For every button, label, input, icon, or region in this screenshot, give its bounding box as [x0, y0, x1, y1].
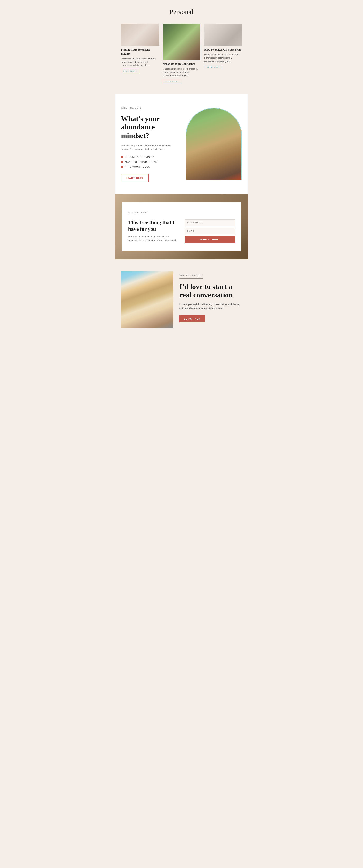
convo-label: ARE YOU READY? [180, 275, 203, 279]
freebie-inner: This free thing that I have for you Lore… [128, 219, 235, 243]
blog-card-1: Finding Your Work Life Balance Maecenas … [121, 24, 159, 73]
quiz-subtitle: This sample quiz was built using the fre… [121, 144, 180, 151]
quiz-label: TAKE THE QUIZ [121, 107, 141, 111]
quiz-title: What's your abundance mindset? [121, 115, 180, 140]
convo-image [121, 272, 174, 328]
convo-image-container [121, 272, 174, 328]
blog-card-2-title: Negotiate With Confidence [163, 62, 201, 66]
freebie-email-input[interactable] [184, 228, 235, 234]
blog-card-1-readmore[interactable]: READ MORE [121, 69, 139, 73]
blog-card-3-body: Maecenas faucibus mollis interdum. Lorem… [204, 53, 242, 63]
blog-card-3-readmore[interactable]: READ MORE [204, 65, 222, 69]
quiz-section: TAKE THE QUIZ What's your abundance mind… [115, 94, 248, 194]
convo-title: I'd love to start a real conversation [180, 283, 242, 299]
convo-content: ARE YOU READY? I'd love to start a real … [180, 272, 242, 322]
blog-card-2-image [163, 24, 201, 60]
quiz-list: SECURE YOUR VISION MANIFEST YOUR DREAM F… [121, 156, 180, 168]
blog-card-3-image [204, 24, 242, 46]
blog-card-3-title: How To Switch Off Your Brain [204, 48, 242, 52]
freebie-title: This free thing that I have for you [128, 219, 179, 232]
freebie-text: This free thing that I have for you Lore… [128, 219, 179, 242]
freebie-form: SEND IT NOW! [184, 219, 235, 243]
freebie-firstname-input[interactable] [184, 219, 235, 226]
blog-card-2-body: Maecenas faucibus mollis interdum. Lorem… [163, 67, 201, 77]
quiz-image [185, 108, 242, 180]
blog-card-1-body: Maecenas faucibus mollis interdum. Lorem… [121, 57, 159, 67]
people-silhouette [121, 272, 174, 328]
blog-card-3: How To Switch Off Your Brain Maecenas fa… [204, 24, 242, 69]
quiz-start-button[interactable]: START HERE [121, 174, 149, 182]
freebie-card: DON'T FORGET This free thing that I have… [122, 202, 241, 251]
blog-card-1-image [121, 24, 159, 46]
blog-section: Personal Finding Your Work Life Balance … [115, 0, 248, 94]
freebie-label: DON'T FORGET [128, 211, 148, 215]
freebie-send-button[interactable]: SEND IT NOW! [184, 236, 235, 243]
conversation-section: ARE YOU READY? I'd love to start a real … [115, 259, 248, 340]
quiz-list-item-2: MANIFEST YOUR DREAM [121, 161, 180, 163]
freebie-desc: Lorem ipsum dolor sit amet, consectetuer… [128, 235, 179, 242]
blog-card-2-readmore[interactable]: READ MORE [163, 79, 181, 84]
quiz-content: TAKE THE QUIZ What's your abundance mind… [121, 106, 180, 182]
blog-card-1-title: Finding Your Work Life Balance [121, 48, 159, 56]
quiz-list-item-3: FIND YOUR FOCUS [121, 165, 180, 168]
quiz-list-item-1: SECURE YOUR VISION [121, 156, 180, 158]
talk-button[interactable]: LET'S TALK [180, 315, 205, 322]
blog-grid: Finding Your Work Life Balance Maecenas … [121, 24, 242, 84]
site-title: Personal [121, 8, 242, 16]
quiz-image-container [185, 108, 242, 180]
blog-card-2: Negotiate With Confidence Maecenas fauci… [163, 24, 201, 84]
convo-desc: Lorem ipsum dolor sit amet, consectetuer… [180, 303, 242, 310]
freebie-section: DON'T FORGET This free thing that I have… [115, 194, 248, 259]
